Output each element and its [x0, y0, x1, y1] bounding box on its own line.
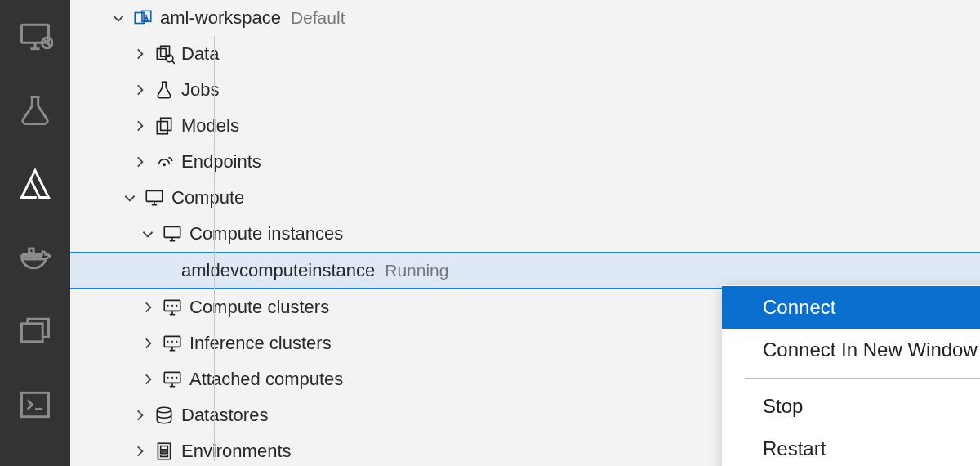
beaker-icon: [150, 79, 178, 101]
chevron-right-icon[interactable]: [137, 372, 158, 387]
activity-docker-icon[interactable]: [0, 221, 70, 294]
context-menu: Connect Connect In New Window Stop Resta…: [722, 285, 980, 466]
compute-cluster-icon: [158, 369, 186, 390]
tree-item-compute[interactable]: Compute: [70, 180, 980, 216]
svg-rect-10: [157, 49, 166, 60]
svg-rect-13: [157, 122, 167, 134]
activity-azure-icon[interactable]: [0, 147, 70, 221]
chevron-right-icon[interactable]: [129, 155, 150, 169]
svg-rect-33: [161, 451, 168, 453]
chevron-right-icon[interactable]: [129, 47, 150, 61]
svg-point-24: [172, 341, 173, 343]
context-menu-stop[interactable]: Stop: [722, 385, 980, 428]
workspace-default-badge: Default: [291, 8, 345, 28]
models-icon: [150, 115, 178, 137]
tree-item-data[interactable]: Data: [70, 36, 980, 72]
svg-rect-6: [22, 324, 43, 342]
tree-item-label: Endpoints: [181, 151, 261, 173]
svg-point-23: [167, 341, 169, 343]
svg-point-15: [163, 163, 166, 166]
workspace-name: aml-workspace: [160, 7, 281, 29]
azure-ml-explorer: aml-workspace Default Data Jobs Models: [70, 0, 980, 466]
chevron-down-icon[interactable]: [137, 226, 158, 241]
tree-item-label: Compute clusters: [189, 297, 329, 318]
svg-point-19: [167, 305, 169, 307]
endpoint-icon: [150, 151, 178, 173]
tree-item-label: Attached computes: [189, 369, 343, 390]
chevron-right-icon[interactable]: [129, 83, 150, 97]
chevron-right-icon[interactable]: [129, 444, 150, 459]
activity-bar: [0, 0, 70, 466]
svg-point-30: [157, 407, 171, 413]
compute-instance-name: amldevcomputeinstance: [181, 260, 375, 281]
tree-item-label: Models: [181, 115, 239, 137]
svg-rect-14: [161, 118, 172, 130]
chevron-right-icon[interactable]: [137, 336, 158, 351]
tree-item-compute-instances[interactable]: Compute instances: [70, 216, 980, 252]
compute-cluster-icon: [158, 297, 186, 318]
chevron-down-icon[interactable]: [119, 190, 140, 205]
data-icon: [150, 43, 178, 65]
compute-icon: [140, 187, 168, 208]
activity-multiwindow-icon[interactable]: [0, 294, 70, 368]
indent-guide: [214, 36, 215, 461]
chevron-right-icon[interactable]: [129, 119, 150, 133]
tree-item-label: Inference clusters: [189, 333, 332, 354]
activity-remote-icon[interactable]: [0, 0, 70, 74]
activity-terminal-icon[interactable]: [0, 368, 70, 441]
compute-instance-icon: [158, 223, 186, 244]
chevron-right-icon[interactable]: [129, 408, 150, 423]
svg-point-20: [172, 305, 173, 307]
svg-point-28: [172, 377, 173, 379]
svg-point-25: [176, 341, 177, 343]
tree-item-models[interactable]: Models: [70, 108, 980, 144]
svg-point-21: [176, 305, 177, 307]
chevron-right-icon[interactable]: [137, 300, 158, 315]
svg-rect-5: [29, 249, 33, 253]
svg-rect-16: [146, 190, 163, 201]
tree-item-jobs[interactable]: Jobs: [70, 72, 980, 108]
context-menu-connect[interactable]: Connect: [722, 286, 980, 329]
chevron-down-icon[interactable]: [108, 11, 129, 25]
tree-item-label: Compute: [172, 187, 244, 208]
svg-rect-32: [161, 446, 168, 450]
compute-cluster-icon: [158, 333, 186, 354]
tree-item-label: Environments: [181, 441, 292, 462]
svg-rect-34: [161, 455, 168, 456]
datastore-icon: [150, 405, 178, 426]
workspace-icon: [129, 7, 157, 29]
context-menu-restart[interactable]: Restart: [722, 428, 980, 466]
tree-item-endpoints[interactable]: Endpoints: [70, 144, 980, 180]
svg-rect-17: [164, 226, 180, 237]
compute-instance-status: Running: [385, 261, 448, 280]
svg-rect-7: [22, 392, 49, 416]
activity-beaker-icon[interactable]: [0, 74, 70, 147]
context-menu-separator: [745, 378, 980, 379]
svg-point-27: [167, 377, 169, 379]
environment-icon: [150, 441, 178, 462]
workspace-row[interactable]: aml-workspace Default: [70, 0, 980, 36]
context-menu-connect-new-window[interactable]: Connect In New Window: [722, 329, 980, 371]
tree-item-label: Datastores: [181, 405, 268, 426]
tree-item-label: Compute instances: [189, 223, 343, 244]
svg-point-29: [176, 377, 177, 379]
